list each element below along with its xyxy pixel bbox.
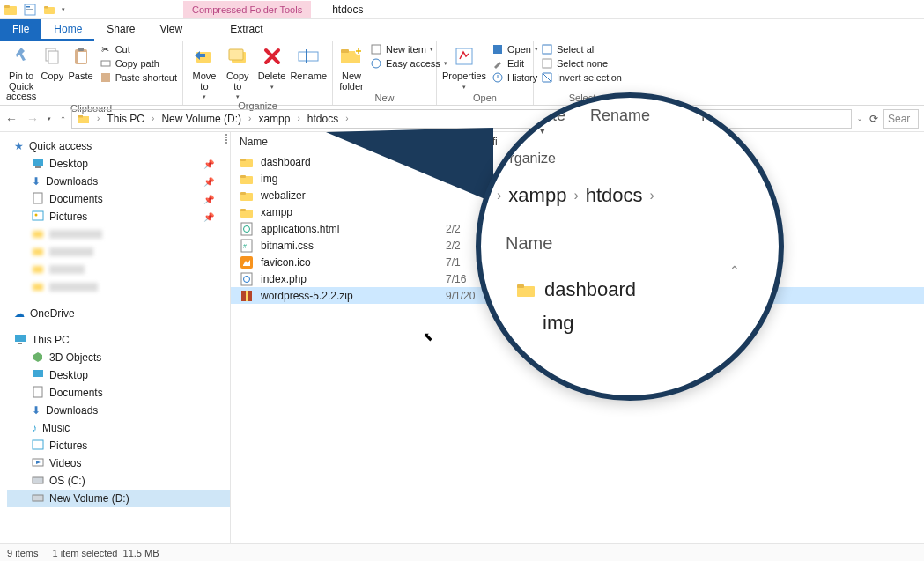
delete-button[interactable]: Delete▾ [255, 43, 289, 90]
nav-pinned-downloads[interactable]: ⬇Downloads📌 [7, 173, 230, 190]
open-button[interactable]: Open ▾ [492, 43, 538, 55]
select-none-button[interactable]: Select none [541, 57, 622, 70]
nav-new-volume-d[interactable]: New Volume (D:) [7, 490, 230, 507]
nav-pinned-pictures[interactable]: Pictures📌 [7, 208, 230, 225]
nav-pinned-documents[interactable]: Documents📌 [7, 190, 230, 208]
breadcrumb-root-icon[interactable] [76, 113, 92, 125]
easy-access-label: Easy access [386, 58, 440, 69]
nav-pictures[interactable]: Pictures [7, 437, 230, 454]
file-name: wordpress-5.2.2.zip [261, 290, 446, 302]
invert-selection-button[interactable]: Invert selection [541, 71, 622, 84]
svg-rect-7 [44, 6, 48, 9]
tab-home[interactable]: Home [41, 19, 94, 41]
new-item-button[interactable]: New item ▾ [370, 43, 447, 55]
nav-os-c[interactable]: OS (C:) [7, 472, 230, 490]
easy-access-button[interactable]: Easy access ▾ [370, 57, 447, 70]
pin-to-quick-access-button[interactable]: Pin to Quick access [5, 43, 37, 102]
properties-qat-icon[interactable] [23, 3, 37, 17]
properties-label: Properties [442, 71, 486, 82]
svg-rect-29 [543, 59, 551, 68]
svg-rect-52 [240, 175, 246, 178]
contextual-tab-label: Compressed Folder Tools [183, 1, 311, 18]
nav-3d-objects[interactable]: 3D Objects [7, 349, 230, 366]
tab-view[interactable]: View [147, 19, 195, 41]
delete-icon [259, 43, 285, 70]
address-history-dropdown[interactable]: ⌄ [857, 115, 862, 122]
nav-downloads[interactable]: ⬇Downloads [7, 402, 230, 419]
nav-forward-button[interactable]: → [26, 112, 39, 126]
nav-this-pc[interactable]: This PC [7, 331, 230, 349]
breadcrumb-seg-0[interactable]: This PC [105, 113, 146, 125]
edit-button[interactable]: Edit [492, 57, 538, 70]
nav-item-label: Music [42, 422, 70, 434]
refresh-button[interactable]: ⟳ [869, 113, 878, 125]
properties-icon [451, 43, 477, 70]
svg-rect-21 [341, 49, 349, 53]
nav-item-label: Pictures [49, 439, 87, 452]
svg-rect-37 [33, 231, 43, 238]
tab-share[interactable]: Share [94, 19, 147, 41]
copy-path-button[interactable]: Copy path [100, 57, 177, 70]
nav-desktop[interactable]: Desktop [7, 366, 230, 384]
paste-button[interactable]: Paste [67, 43, 93, 82]
html-icon [240, 222, 254, 236]
breadcrumb-seg-2[interactable]: xampp [256, 113, 292, 125]
move-to-button[interactable]: Move to▾ [188, 43, 220, 100]
breadcrumb-seg-1[interactable]: New Volume (D:) [159, 113, 243, 125]
cut-button[interactable]: ✂Cut [100, 43, 177, 55]
new-folder-label: New folder [338, 71, 365, 92]
new-group-label: New [333, 92, 436, 105]
breadcrumb-sep[interactable]: › [93, 114, 103, 123]
downloads-icon: ⬇ [32, 404, 41, 417]
tab-extract[interactable]: Extract [218, 19, 275, 41]
nav-recent-3[interactable] [7, 261, 230, 278]
nav-documents[interactable]: Documents [7, 384, 230, 402]
file-row[interactable]: favicon.ico7/1 [231, 254, 924, 270]
star-icon: ★ [14, 140, 24, 152]
paste-shortcut-button[interactable]: Paste shortcut [100, 71, 177, 84]
nav-recent-dropdown[interactable]: ▾ [48, 115, 51, 122]
tab-file[interactable]: File [0, 19, 41, 41]
status-item-count: 9 items [7, 548, 38, 558]
nav-recent-4[interactable] [7, 278, 230, 296]
copy-to-button[interactable]: Copy to▾ [222, 43, 254, 100]
qat-customize-dropdown[interactable]: ▾ [62, 6, 65, 13]
svg-rect-1 [4, 5, 10, 8]
nav-recent-1[interactable] [7, 225, 230, 243]
nav-recent-2[interactable] [7, 243, 230, 261]
svg-rect-17 [229, 49, 243, 60]
new-folder-icon [338, 43, 365, 70]
new-folder-qat-icon[interactable] [42, 3, 56, 17]
svg-rect-28 [543, 45, 551, 54]
nav-videos[interactable]: Videos [7, 454, 230, 472]
nav-music[interactable]: ♪Music [7, 419, 230, 437]
search-input[interactable]: Sear [883, 109, 919, 129]
nav-back-button[interactable]: ← [5, 112, 18, 126]
search-placeholder: Sear [888, 113, 910, 125]
svg-rect-54 [240, 192, 246, 195]
rename-button[interactable]: Rename [290, 43, 327, 82]
nav-up-button[interactable]: ↑ [60, 112, 66, 126]
select-all-button[interactable]: Select all [541, 43, 622, 55]
nav-pinned-desktop[interactable]: Desktop📌 [7, 155, 230, 173]
nav-item-label: New Volume (D:) [49, 492, 129, 505]
ribbon-group-select: Select all Select none Invert selection … [534, 41, 631, 105]
file-row[interactable]: index.php7/16 [231, 270, 924, 287]
properties-button[interactable]: Properties▾ [442, 43, 486, 90]
cut-label: Cut [115, 44, 130, 55]
file-row[interactable]: applications.html2/2 [231, 220, 924, 237]
folder-icon [32, 262, 44, 277]
nav-quick-access[interactable]: ★ Quick access [7, 137, 230, 155]
file-row[interactable]: #bitnami.css2/2 [231, 237, 924, 254]
copy-path-label: Copy path [115, 58, 159, 69]
nav-onedrive[interactable]: ☁OneDrive [7, 305, 230, 322]
navigation-pane[interactable]: ★ Quick access Desktop📌 ⬇Downloads📌 Docu… [0, 132, 231, 543]
file-row[interactable]: wordpress-5.2.2.zip9/1/20 [231, 287, 924, 304]
new-folder-button[interactable]: New folder [338, 43, 365, 92]
paste-shortcut-icon [100, 71, 112, 84]
history-button[interactable]: History [492, 71, 538, 84]
nav-this-pc-label: This PC [32, 334, 70, 346]
paste-label: Paste [68, 71, 92, 82]
svg-rect-5 [26, 11, 33, 11]
copy-button[interactable]: Copy [39, 43, 65, 82]
